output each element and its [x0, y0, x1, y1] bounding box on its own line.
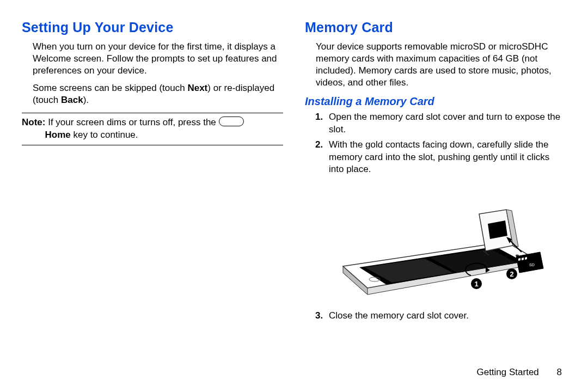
svg-marker-11 — [488, 220, 507, 239]
text-back: Back — [61, 95, 83, 105]
footer-section: Getting Started — [476, 367, 538, 377]
svg-text:SD: SD — [529, 263, 535, 267]
note-box: Note: If your screen dims or turns off, … — [22, 113, 283, 145]
step-2: With the gold contacts facing down, care… — [326, 139, 566, 175]
note-text-a: If your screen dims or turns off, press … — [45, 117, 218, 127]
text-next: Next — [187, 83, 207, 93]
home-button-icon — [219, 117, 244, 126]
note-text-b: key to continue. — [71, 130, 138, 140]
install-steps: Open the memory card slot cover and turn… — [311, 111, 566, 175]
page-footer: Getting Started 8 — [476, 367, 562, 378]
text-fragment: Some screens can be skipped (touch — [33, 83, 187, 93]
footer-page-number: 8 — [557, 367, 562, 378]
text-fragment: ). — [83, 95, 89, 105]
heading-setting-up: Setting Up Your Device — [22, 20, 283, 35]
paragraph-skip: Some screens can be skipped (touch Next)… — [33, 82, 283, 106]
tablet-memory-figure: SD 1 2 — [327, 186, 566, 300]
install-steps-cont: Close the memory card slot cover. — [311, 310, 566, 322]
note-home-key: Home — [45, 130, 71, 140]
tablet-illustration: SD 1 2 — [327, 186, 544, 300]
heading-memory-card: Memory Card — [305, 20, 566, 35]
callout-1: 1 — [474, 280, 478, 288]
step-1: Open the memory card slot cover and turn… — [326, 111, 566, 136]
callout-2: 2 — [510, 270, 513, 278]
step-3: Close the memory card slot cover. — [326, 310, 566, 322]
paragraph-welcome: When you turn on your device for the fir… — [33, 41, 283, 77]
right-column: Memory Card Your device supports removab… — [305, 20, 566, 325]
left-column: Setting Up Your Device When you turn on … — [22, 20, 283, 325]
subheading-installing: Installing a Memory Card — [305, 95, 566, 108]
note-label: Note: — [22, 117, 45, 127]
paragraph-memory-support: Your device supports removable microSD o… — [316, 41, 566, 89]
